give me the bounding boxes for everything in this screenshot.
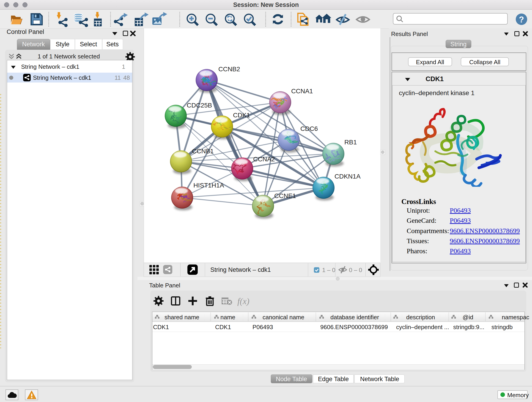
svg-text:CCNE1: CCNE1 (274, 192, 296, 199)
svg-text:CDK1: CDK1 (233, 112, 250, 119)
svg-text:CDKN1A: CDKN1A (335, 173, 361, 180)
svg-text:CCNA2: CCNA2 (253, 156, 275, 163)
svg-text:CDC6: CDC6 (300, 125, 318, 132)
svg-text:CDC25B: CDC25B (187, 102, 212, 109)
svg-text:RB1: RB1 (344, 139, 357, 146)
svg-text:CCNA1: CCNA1 (291, 88, 313, 95)
svg-text:HIST1H1A: HIST1H1A (193, 182, 224, 189)
svg-text:CCNB1: CCNB1 (192, 148, 214, 155)
svg-text:CCNB2: CCNB2 (218, 65, 240, 73)
